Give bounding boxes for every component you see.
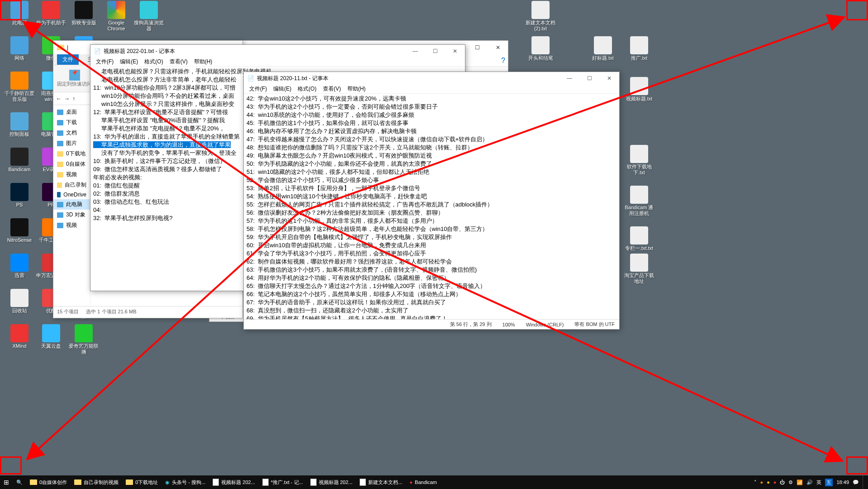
tab-file[interactable]: 文件 bbox=[57, 54, 79, 65]
desktop-icon[interactable]: 爱奇艺万能联播 bbox=[68, 324, 100, 355]
text-area[interactable]: 42: 学会win10这2个小技巧，可有效提升速度20%，远离卡顿43: 华为手… bbox=[244, 94, 619, 319]
nav-back-icon[interactable]: ← bbox=[56, 96, 62, 102]
menu-item[interactable]: 查看(V) bbox=[320, 85, 344, 93]
menu-item[interactable]: 帮助(H) bbox=[191, 58, 215, 66]
sidebar-item[interactable]: 视频 bbox=[53, 169, 90, 180]
window-title: 视频标题 2022-01.txt - 记事本 bbox=[104, 48, 405, 55]
sidebar-item[interactable]: 文档 bbox=[53, 128, 90, 138]
clock[interactable]: 18:49 bbox=[836, 479, 849, 485]
tray-icon[interactable]: ● bbox=[773, 479, 777, 485]
sidebar-item[interactable]: OneDrive bbox=[53, 190, 90, 199]
desktop-icon[interactable]: XMind bbox=[4, 324, 35, 349]
maximize-button[interactable]: ☐ bbox=[425, 45, 445, 58]
start-button[interactable]: ⊞ bbox=[0, 475, 13, 489]
desktop-icon[interactable]: 千千静听百度音乐版 bbox=[4, 72, 35, 102]
menu-item[interactable]: 文件(F) bbox=[93, 58, 116, 66]
desktop-icon[interactable]: 淘宝产品下载地址 bbox=[623, 254, 655, 284]
desktop-icon[interactable]: 专栏一.txt.txt bbox=[623, 226, 655, 251]
pin-button[interactable]: 📌 固定到快速访问 bbox=[57, 70, 92, 87]
ime-indicator-2[interactable]: 五 bbox=[825, 479, 833, 486]
desktop-icon[interactable]: 好标题.txt bbox=[587, 36, 619, 61]
desktop-icon[interactable]: 视频标题.txt bbox=[623, 77, 655, 102]
ime-indicator[interactable]: 英 bbox=[816, 479, 821, 486]
taskbar-item[interactable]: 0自媒体创作 bbox=[26, 475, 71, 489]
taskbar-item[interactable]: *推广.txt - 记... bbox=[259, 475, 307, 489]
taskbar[interactable]: ⊞ 🔍 0自媒体创作自己录制的视频0下载地址◉头条号 - 搜狗...视频标题 2… bbox=[0, 475, 868, 489]
desktop-icon[interactable]: 推广.txt bbox=[623, 36, 655, 61]
taskbar-item[interactable]: 新建文本文档... bbox=[356, 475, 406, 489]
tray-icon[interactable]: ⏻ bbox=[780, 479, 785, 485]
nav-up-icon[interactable]: ↑ bbox=[72, 96, 75, 102]
annotation-box-tr bbox=[846, 0, 868, 20]
annotation-box-tl bbox=[0, 0, 22, 20]
desktop-icon[interactable]: 软件下载地下.txt bbox=[623, 145, 655, 176]
desktop-icon[interactable]: 控制面板 bbox=[4, 112, 35, 137]
tray-chevron-icon[interactable]: ˄ bbox=[754, 479, 757, 485]
sidebar-item[interactable]: 0下载地 bbox=[53, 149, 90, 159]
status-bar: 第 56 行，第 29 列 100% Windows (CRLF) 带有 BOM… bbox=[244, 319, 619, 329]
nav-forward-icon[interactable]: → bbox=[64, 96, 70, 102]
maximize-button[interactable]: ☐ bbox=[467, 41, 488, 54]
show-desktop[interactable] bbox=[863, 475, 865, 489]
desktop-icon[interactable]: 华为手机助手 bbox=[35, 1, 67, 26]
window-title: 视频标题 2020-11.txt - 记事本 bbox=[257, 75, 560, 82]
menu-item[interactable]: 格式(O) bbox=[295, 85, 319, 93]
menu-bar[interactable]: 文件(F)编辑(E)格式(O)查看(V)帮助(H) bbox=[244, 85, 619, 94]
menu-item[interactable]: 编辑(E) bbox=[270, 85, 294, 93]
desktop-icon[interactable]: PS bbox=[4, 183, 35, 208]
close-button[interactable]: ✕ bbox=[599, 72, 619, 85]
sidebar-item[interactable]: 此电脑 bbox=[53, 199, 90, 210]
desktop-icon[interactable]: 网络 bbox=[4, 36, 35, 61]
desktop-icon[interactable]: NitroSense bbox=[4, 218, 35, 243]
desktop-icon[interactable]: Bandicam bbox=[4, 148, 35, 173]
desktop-icon[interactable]: 新建文本文档 (2).txt bbox=[525, 1, 556, 32]
folder-icon bbox=[57, 45, 64, 50]
sidebar-item[interactable]: 视频 bbox=[53, 220, 90, 230]
tray-icon[interactable]: ● bbox=[760, 479, 764, 485]
menu-item[interactable]: 查看(V) bbox=[167, 58, 190, 66]
desktop-icon[interactable]: 天翼云盘 bbox=[35, 324, 67, 349]
taskbar-item[interactable]: ●Bandicam bbox=[406, 475, 441, 489]
sidebar-item[interactable]: 3D 对象 bbox=[53, 210, 90, 220]
status-bar: 15 个项目 选中 1 个项目 21.6 MB bbox=[53, 306, 242, 317]
desktop-icon[interactable]: Google Chrome bbox=[100, 1, 132, 32]
maximize-button[interactable]: ☐ bbox=[579, 72, 599, 85]
menu-item[interactable]: 帮助(H) bbox=[345, 85, 369, 93]
menu-item[interactable]: 编辑(E) bbox=[117, 58, 141, 66]
taskbar-item[interactable]: 0下载地址 bbox=[122, 475, 161, 489]
menu-item[interactable]: 格式(O) bbox=[142, 58, 166, 66]
close-button[interactable]: ✕ bbox=[445, 45, 465, 58]
tray-volume-icon[interactable]: 🔊 bbox=[806, 479, 813, 485]
taskbar-item[interactable]: 自己录制的视频 bbox=[71, 475, 122, 489]
taskbar-item[interactable]: ◉头条号 - 搜狗... bbox=[161, 475, 209, 489]
search-button[interactable]: 🔍 bbox=[13, 475, 26, 489]
help-icon[interactable]: ? bbox=[501, 57, 505, 65]
menu-item[interactable]: 文件(F) bbox=[247, 85, 270, 93]
desktop-icon[interactable]: 迅雷 bbox=[4, 254, 35, 278]
notepad-icon: 📄 bbox=[94, 48, 101, 54]
desktop-icon[interactable]: 开头和结尾 bbox=[525, 36, 556, 61]
desktop-icon[interactable]: 剪映专业版 bbox=[68, 1, 100, 26]
action-center-icon[interactable]: 💬 bbox=[853, 479, 859, 485]
explorer-sidebar[interactable]: 桌面下载文档图片0下载地0自媒体视频自己录制OneDrive此电脑3D 对象视频 bbox=[53, 105, 90, 306]
desktop-icon[interactable]: Bandicam 通用注册机 bbox=[623, 186, 655, 216]
desktop-icon[interactable]: 回收站 bbox=[4, 289, 35, 314]
sidebar-item[interactable]: 桌面 bbox=[53, 107, 90, 117]
taskbar-item[interactable]: 视频标题 202... bbox=[209, 475, 259, 489]
desktop-icon[interactable]: 搜狗高速浏览器 bbox=[133, 1, 165, 32]
menu-bar[interactable]: 文件(F)编辑(E)格式(O)查看(V)帮助(H) bbox=[90, 58, 465, 67]
tray-icon[interactable]: ● bbox=[767, 479, 770, 485]
sidebar-item[interactable]: 下载 bbox=[53, 117, 90, 128]
sidebar-item[interactable]: 0自媒体 bbox=[53, 159, 90, 169]
annotation-box-br bbox=[846, 456, 868, 475]
tray-icon[interactable]: ⚙ bbox=[788, 479, 793, 485]
taskbar-item[interactable]: 视频标题 202... bbox=[307, 475, 356, 489]
notepad-window-2[interactable]: 📄 视频标题 2020-11.txt - 记事本 — ☐ ✕ 文件(F)编辑(E… bbox=[243, 72, 620, 330]
sidebar-item[interactable]: 自己录制 bbox=[53, 180, 90, 190]
minimize-button[interactable]: — bbox=[405, 45, 425, 58]
annotation-box-bl bbox=[0, 456, 22, 475]
minimize-button[interactable]: — bbox=[560, 72, 579, 85]
close-button[interactable]: ✕ bbox=[488, 41, 508, 54]
tray-network-icon[interactable]: 📶 bbox=[797, 479, 803, 485]
sidebar-item[interactable]: 图片 bbox=[53, 138, 90, 149]
